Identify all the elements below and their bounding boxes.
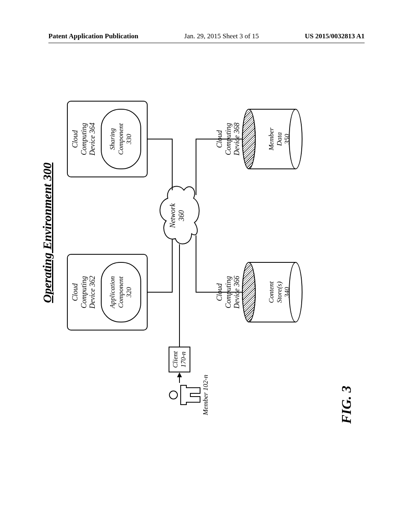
connector-network-366-v [196,292,242,293]
cloud-device-368: Cloud Computing Device 368 Member Data 3… [242,109,302,169]
figure-area: Operating Environment 300 Cloud Computin… [40,83,341,383]
sharing-component: Sharing Component 330 [101,109,141,169]
connector-362-network [148,292,173,293]
header-right: US 2015/0032813 A1 [305,32,365,40]
device-364-title: Cloud Computing Device 364 [71,102,97,177]
figure-label: FIG. 3 [339,386,354,424]
content-store-label: Content Store(s) 340 [267,262,291,322]
member-data-label: Member Data 350 [267,109,291,169]
page-header: Patent Application Publication Jan. 29, … [0,32,413,40]
connector-364-network [148,139,173,139]
arrow-member-client-line [179,376,180,383]
connector-client-network [179,244,180,347]
header-rule [48,43,365,43]
disk-top-368 [242,109,256,169]
application-component: Application Component 320 [101,262,141,322]
person-icon [169,383,201,407]
network-cloud: Network 360 [153,181,202,250]
header-center: Jan. 29, 2015 Sheet 3 of 15 [184,32,259,40]
connector-network-368-h [196,139,196,195]
page: Patent Application Publication Jan. 29, … [0,0,413,532]
client-box: Client 170-n [169,347,190,372]
device-362-title: Cloud Computing Device 362 [71,255,97,330]
member-figure: Member 102-n [169,383,213,407]
connector-network-368-v [196,139,242,139]
environment-title: Operating Environment 300 [40,83,54,383]
arrow-member-client-head [177,372,182,377]
network-label: Network 360 [153,181,202,250]
connector-network-366-h [196,235,196,292]
svg-point-0 [169,391,177,399]
connector-362-network-h [172,239,173,292]
cloud-device-366: Cloud Computing Device 366 Content Store… [242,262,302,322]
cloud-device-362: Cloud Computing Device 362 Application C… [67,254,148,330]
connector-364-network-h [172,139,173,190]
disk-top-366 [242,262,256,322]
member-label: Member 102-n [202,371,210,419]
header-left: Patent Application Publication [48,32,138,40]
cloud-device-364: Cloud Computing Device 364 Sharing Compo… [67,101,148,177]
